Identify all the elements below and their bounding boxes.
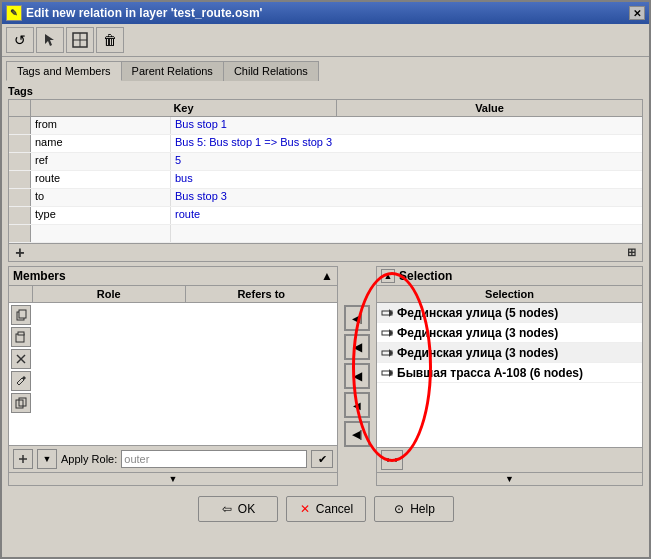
table-row: from Bus stop 1: [9, 117, 642, 135]
row-select-0[interactable]: [9, 117, 31, 134]
refers-col-header: Refers to: [186, 286, 338, 302]
tag-key-5[interactable]: type: [31, 207, 171, 224]
selection-panel: ▲ Selection Selection Фединская улица (5…: [376, 266, 643, 486]
bin-button[interactable]: 🗑: [96, 27, 124, 53]
tag-value-4[interactable]: Bus stop 3: [171, 189, 642, 206]
table-button[interactable]: [66, 27, 94, 53]
row-select-4[interactable]: [9, 189, 31, 206]
table-row-empty: [9, 225, 642, 243]
tag-key-2[interactable]: ref: [31, 153, 171, 170]
tag-key-3[interactable]: route: [31, 171, 171, 188]
members-sort-icon[interactable]: ▲: [321, 269, 333, 283]
cancel-label: Cancel: [316, 502, 353, 516]
help-icon: ⊙: [392, 502, 406, 516]
move-down-button[interactable]: ◀: [344, 363, 370, 389]
list-item[interactable]: Фединская улица (5 nodes): [377, 303, 642, 323]
table-row: ref 5: [9, 153, 642, 171]
svg-marker-14: [389, 309, 393, 317]
transfer-buttons: ◀| ◀ ◀ ◀ ◀|: [342, 266, 372, 486]
list-item[interactable]: Фединская улица (3 nodes): [377, 323, 642, 343]
tag-key-1[interactable]: name: [31, 135, 171, 152]
tag-key-4[interactable]: to: [31, 189, 171, 206]
move-first-button[interactable]: ◀|: [344, 305, 370, 331]
title-bar: ✎ Edit new relation in layer 'test_route…: [2, 2, 649, 24]
close-button[interactable]: ✕: [629, 6, 645, 20]
help-button[interactable]: ⊙ Help: [374, 496, 454, 522]
window-icon: ✎: [6, 5, 22, 21]
copy-button[interactable]: [11, 305, 31, 325]
selection-body: Фединская улица (5 nodes) Фединская улиц…: [377, 303, 642, 447]
svg-rect-4: [19, 310, 26, 318]
pointer-button[interactable]: [36, 27, 64, 53]
cancel-button[interactable]: ✕ Cancel: [286, 496, 366, 522]
table-row: route bus: [9, 171, 642, 189]
svg-marker-20: [389, 369, 393, 377]
way-icon-1: [379, 325, 395, 341]
tag-value-0[interactable]: Bus stop 1: [171, 117, 642, 134]
key-header: Key: [31, 100, 337, 116]
tag-value-5[interactable]: route: [171, 207, 642, 224]
svg-rect-6: [18, 332, 24, 335]
ok-label: OK: [238, 502, 255, 516]
tags-table: Key Value from Bus stop 1 name Bus 5: Bu…: [8, 99, 643, 262]
edit-member-button[interactable]: [11, 371, 31, 391]
delete-member-button[interactable]: [11, 349, 31, 369]
apply-role-button[interactable]: ✔: [311, 450, 333, 468]
tag-value-3[interactable]: bus: [171, 171, 642, 188]
tab-parent-relations[interactable]: Parent Relations: [121, 61, 224, 81]
add-all-button[interactable]: ◀|: [344, 421, 370, 447]
role-col-header: Role: [33, 286, 186, 302]
selection-text-0: Фединская улица (5 nodes): [397, 306, 640, 320]
way-icon-3: [379, 365, 395, 381]
row-select-5[interactable]: [9, 207, 31, 224]
tab-child-relations[interactable]: Child Relations: [223, 61, 319, 81]
ok-icon: ⇦: [220, 502, 234, 516]
row-select-3[interactable]: [9, 171, 31, 188]
selection-bottom: [377, 447, 642, 472]
tab-tags-members[interactable]: Tags and Members: [6, 61, 122, 81]
row-select-empty: [9, 225, 31, 242]
tab-bar: Tags and Members Parent Relations Child …: [2, 57, 649, 81]
ok-button[interactable]: ⇦ OK: [198, 496, 278, 522]
role-input[interactable]: [121, 450, 307, 468]
table-row: name Bus 5: Bus stop 1 => Bus stop 3: [9, 135, 642, 153]
selection-action-button[interactable]: [381, 450, 403, 470]
move-tag-button[interactable]: ⊞: [620, 244, 642, 261]
add-row: + ⊞: [9, 243, 642, 261]
selection-title: Selection: [399, 269, 452, 283]
row-select-2[interactable]: [9, 153, 31, 170]
members-panel: Members ▲ Role Refers to: [8, 266, 338, 486]
selection-up-btn[interactable]: ▲: [381, 269, 395, 283]
add-tag-button[interactable]: +: [9, 244, 31, 261]
duplicate-member-button[interactable]: [11, 393, 31, 413]
footer-buttons: ⇦ OK ✕ Cancel ⊙ Help: [2, 490, 649, 526]
members-bottom-btn1[interactable]: [13, 449, 33, 469]
tag-key-0[interactable]: from: [31, 117, 171, 134]
paste-button[interactable]: [11, 327, 31, 347]
main-window: ✎ Edit new relation in layer 'test_route…: [0, 0, 651, 559]
refresh-button[interactable]: ↺: [6, 27, 34, 53]
members-bottom-btn2[interactable]: ▼: [37, 449, 57, 469]
value-header: Value: [337, 100, 642, 116]
row-select-1[interactable]: [9, 135, 31, 152]
members-down-arrow[interactable]: ▼: [165, 474, 181, 484]
list-item[interactable]: Фединская улица (3 nodes): [377, 343, 642, 363]
tag-value-2[interactable]: 5: [171, 153, 642, 170]
cancel-icon: ✕: [298, 502, 312, 516]
members-bottom: ▼ Apply Role: ✔: [9, 445, 337, 472]
content-area: Tags Key Value from Bus stop 1 name Bus …: [2, 81, 649, 490]
members-header: Members ▲: [9, 267, 337, 286]
list-item[interactable]: Бывшая трасса А-108 (6 nodes): [377, 363, 642, 383]
tag-value-empty: [171, 225, 642, 242]
selection-text-3: Бывшая трасса А-108 (6 nodes): [397, 366, 640, 380]
members-columns: Role Refers to: [9, 286, 337, 303]
tag-value-1[interactable]: Bus 5: Bus stop 1 => Bus stop 3: [171, 135, 642, 152]
svg-marker-18: [389, 349, 393, 357]
svg-marker-16: [389, 329, 393, 337]
help-label: Help: [410, 502, 435, 516]
tag-key-empty: [31, 225, 171, 242]
move-up-button[interactable]: ◀: [344, 334, 370, 360]
table-row: to Bus stop 3: [9, 189, 642, 207]
selection-down-arrow[interactable]: ▼: [502, 474, 518, 484]
move-last-button[interactable]: ◀: [344, 392, 370, 418]
